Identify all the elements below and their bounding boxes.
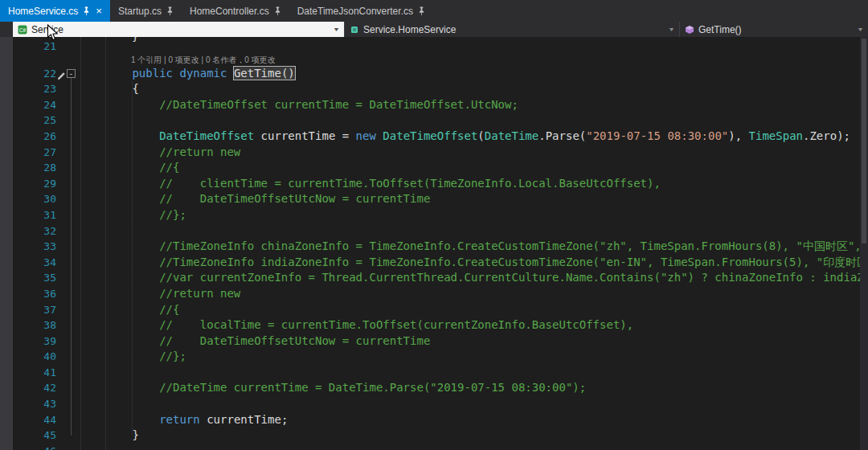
svg-text:C#: C# xyxy=(19,27,27,32)
code-text: //DateTimeOffset currentTime = DateTimeO… xyxy=(78,97,868,113)
line-number[interactable]: 41 xyxy=(13,365,56,381)
code-line[interactable]: 37 //{ xyxy=(0,302,868,318)
gutter xyxy=(56,129,78,145)
line-number[interactable]: 44 xyxy=(13,412,56,428)
line-number[interactable]: 29 xyxy=(13,176,56,192)
project-dropdown[interactable]: C# Service ▼ xyxy=(13,22,344,37)
navigation-bar: C# Service ▼ Service.HomeService ▼ GetTi… xyxy=(0,22,868,37)
code-line[interactable]: 43 xyxy=(0,396,868,412)
code-text: public dynamic GetTime() xyxy=(78,66,868,82)
project-dropdown-label: Service xyxy=(31,24,63,35)
line-number[interactable] xyxy=(13,55,56,66)
scrollbar-thumb[interactable] xyxy=(862,39,866,243)
chevron-down-icon: ▼ xyxy=(857,27,864,32)
code-line[interactable]: 27 //return new xyxy=(0,145,868,161)
line-number[interactable]: 21 xyxy=(13,39,56,55)
code-line[interactable]: 28 //{ xyxy=(0,160,868,176)
gutter xyxy=(56,191,78,207)
code-line[interactable]: 39 // DateTimeOffsetUtcNow = currentTime xyxy=(0,333,868,350)
line-number[interactable]: 31 xyxy=(13,207,56,223)
line-number[interactable]: 36 xyxy=(13,286,56,302)
code-line[interactable]: 40 //}; xyxy=(0,349,868,365)
gutter xyxy=(56,81,78,97)
pin-icon[interactable] xyxy=(418,6,425,16)
code-editor[interactable]: } 211 个引用 | 0 项更改 | 0 名作者，0 项更改22- publi… xyxy=(0,37,868,450)
gutter xyxy=(56,223,78,239)
editor-tab[interactable]: DateTimeJsonConverter.cs xyxy=(289,0,433,22)
line-number[interactable]: 33 xyxy=(13,239,56,255)
line-number[interactable]: 42 xyxy=(13,380,56,396)
line-number[interactable]: 35 xyxy=(13,270,56,286)
line-number[interactable]: 43 xyxy=(13,396,56,412)
gutter xyxy=(56,39,78,55)
line-number[interactable]: 22 xyxy=(13,66,56,82)
code-line[interactable]: 38 // localTime = currentTime.ToOffset(c… xyxy=(0,317,868,333)
line-number[interactable]: 39 xyxy=(13,333,56,350)
class-dropdown[interactable]: Service.HomeService ▼ xyxy=(344,22,679,37)
fold-toggle[interactable]: - xyxy=(67,69,76,78)
class-icon xyxy=(350,25,359,35)
line-number[interactable]: 24 xyxy=(13,97,56,113)
code-line[interactable]: 32 xyxy=(0,223,868,239)
line-number[interactable]: 27 xyxy=(13,145,56,161)
line-number[interactable]: 40 xyxy=(13,349,56,365)
code-line[interactable]: 34 //TimeZoneInfo indiaZoneInfo = TimeZo… xyxy=(0,255,868,271)
line-number[interactable]: 23 xyxy=(13,81,56,97)
gutter xyxy=(56,255,78,271)
line-number[interactable]: 37 xyxy=(13,302,56,318)
line-number[interactable]: 32 xyxy=(13,223,56,239)
editor-tab[interactable]: HomeService.cs× xyxy=(0,0,110,22)
vertical-scrollbar[interactable] xyxy=(860,37,868,450)
editor-tab[interactable]: HomeController.cs xyxy=(182,0,289,22)
code-text: //}; xyxy=(78,207,868,223)
code-line[interactable]: 31 //}; xyxy=(0,207,868,223)
close-icon[interactable]: × xyxy=(96,6,102,16)
line-number[interactable]: 25 xyxy=(13,112,56,129)
method-icon xyxy=(685,25,694,35)
code-line[interactable]: 23 { xyxy=(0,81,868,97)
editor-tab[interactable]: Startup.cs xyxy=(110,0,182,22)
line-number[interactable]: 46 xyxy=(13,444,56,450)
code-text: //return new xyxy=(78,145,868,161)
code-line[interactable]: 21 xyxy=(0,39,868,55)
code-text: DateTimeOffset currentTime = new DateTim… xyxy=(78,129,868,145)
code-line[interactable]: 29 // clientTime = currentTime.ToOffset(… xyxy=(0,176,868,192)
line-number[interactable]: 30 xyxy=(13,191,56,207)
code-text: //var currentZoneInfo = Thread.CurrentTh… xyxy=(78,270,868,286)
member-dropdown[interactable]: GetTime() ▼ xyxy=(679,22,868,37)
code-text: //{ xyxy=(78,160,868,176)
line-number[interactable]: 26 xyxy=(13,129,56,145)
tab-bar: HomeService.cs×Startup.csHomeController.… xyxy=(0,0,868,22)
code-line[interactable]: 46 xyxy=(0,444,868,450)
code-line[interactable]: 41 xyxy=(0,365,868,381)
tab-label: HomeService.cs xyxy=(8,6,78,17)
code-text: //}; xyxy=(78,349,868,365)
codelens-text[interactable]: 1 个引用 | 0 项更改 | 0 名作者，0 项更改 xyxy=(78,55,868,66)
code-text: // DateTimeOffsetUtcNow = currentTime xyxy=(78,333,868,350)
gutter xyxy=(56,365,78,381)
class-dropdown-label: Service.HomeService xyxy=(363,24,456,35)
code-line[interactable]: 24 //DateTimeOffset currentTime = DateTi… xyxy=(0,97,868,113)
gutter xyxy=(56,444,78,450)
code-text: //return new xyxy=(78,286,868,302)
line-number[interactable]: 38 xyxy=(13,317,56,333)
codelens-row[interactable]: 1 个引用 | 0 项更改 | 0 名作者，0 项更改 xyxy=(0,55,868,66)
line-number[interactable]: 34 xyxy=(13,255,56,271)
pin-icon[interactable] xyxy=(83,6,90,16)
code-line[interactable]: 22- public dynamic GetTime() xyxy=(0,66,868,82)
code-line[interactable]: 36 //return new xyxy=(0,286,868,302)
code-line[interactable]: 26 DateTimeOffset currentTime = new Date… xyxy=(0,129,868,145)
line-number[interactable]: 28 xyxy=(13,160,56,176)
code-line[interactable]: 44 return currentTime; xyxy=(0,412,868,428)
code-line[interactable]: 30 // DateTimeOffsetUtcNow = currentTime xyxy=(0,191,868,207)
code-line[interactable]: 25 xyxy=(0,112,868,129)
code-line[interactable]: 33 //TimeZoneInfo chinaZoneInfo = TimeZo… xyxy=(0,239,868,255)
pin-icon[interactable] xyxy=(274,6,281,16)
code-line[interactable]: 45 } xyxy=(0,428,868,444)
code-line[interactable]: 35 //var currentZoneInfo = Thread.Curren… xyxy=(0,270,868,286)
pin-icon[interactable] xyxy=(166,6,174,16)
gutter xyxy=(56,207,78,223)
code-line[interactable]: 42 //DateTime currentTime = DateTime.Par… xyxy=(0,380,868,396)
code-text: //TimeZoneInfo chinaZoneInfo = TimeZoneI… xyxy=(78,239,868,255)
line-number[interactable]: 45 xyxy=(13,428,56,444)
